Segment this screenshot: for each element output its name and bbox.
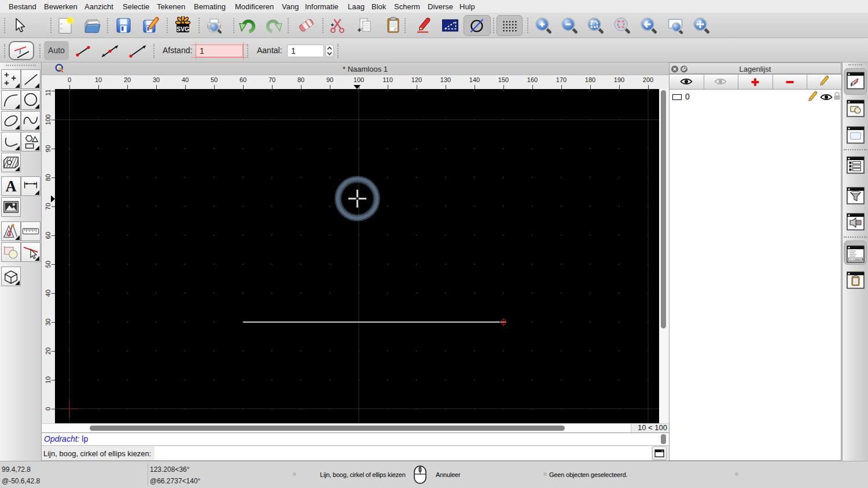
svg-text:c command: c command [850,258,864,261]
svg-text:SVG: SVG [176,25,189,32]
svg-text:A: A [5,178,16,195]
